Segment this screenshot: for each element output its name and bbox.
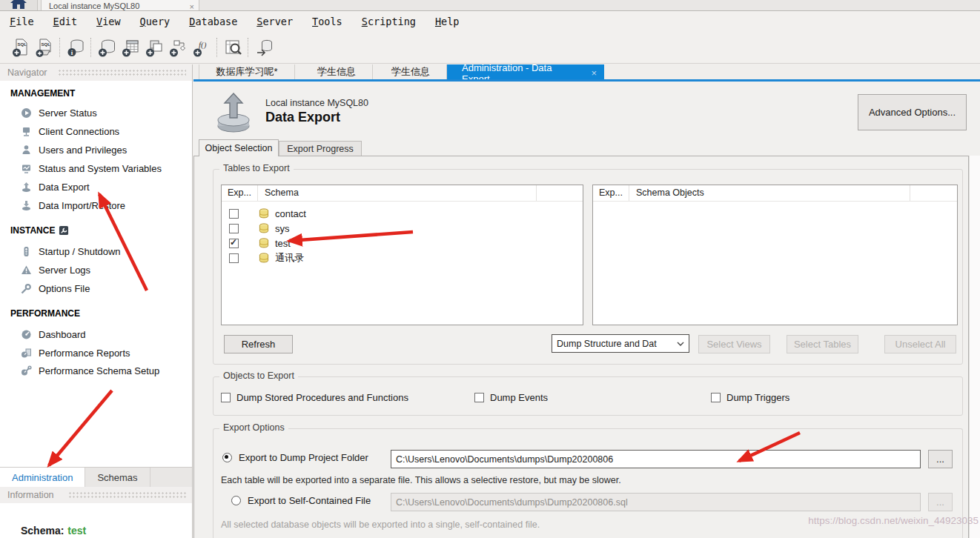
export-checkbox[interactable] [229, 239, 239, 248]
checkbox-label: Dump Triggers [726, 392, 789, 403]
schema-row-sys[interactable]: sys [222, 221, 583, 236]
sidebar-item-dashboard[interactable]: Dashboard [0, 326, 192, 342]
dump-triggers-checkbox[interactable]: Dump Triggers [711, 392, 789, 403]
schema-inspector-icon[interactable]: i [64, 36, 87, 59]
schema-objects-list[interactable]: Exp... Schema Objects [592, 185, 958, 325]
column-export[interactable]: Exp... [228, 187, 251, 198]
navigator-header: Navigator [0, 64, 192, 81]
sidebar-item-data-export[interactable]: Data Export [0, 179, 192, 195]
search-table-data-icon[interactable] [221, 36, 245, 59]
tab-schemas[interactable]: Schemas [85, 468, 150, 487]
checkbox[interactable] [221, 393, 231, 402]
doc-tab-student-info-1[interactable]: 学生信息 [301, 64, 373, 79]
schema-list[interactable]: Exp... Schema contact [221, 185, 583, 325]
menu-database[interactable]: Database [179, 16, 247, 27]
dump-type-dropdown[interactable]: Dump Structure and Dat [552, 334, 689, 353]
radio-label: Export to Dump Project Folder [239, 452, 368, 463]
create-function-icon[interactable]: f() [190, 36, 213, 59]
schema-objects-header: Exp... Schema Objects [593, 185, 957, 202]
refresh-button[interactable]: Refresh [224, 335, 293, 353]
main-toolbar: SQL SQL i f() [0, 32, 980, 64]
create-schema-icon[interactable] [95, 36, 119, 59]
close-icon[interactable]: × [591, 67, 597, 79]
sidebar-item-server-status[interactable]: Server Status [0, 104, 192, 121]
dump-events-checkbox[interactable]: Dump Events [474, 392, 548, 403]
schema-row-contact[interactable]: contact [222, 206, 583, 221]
export-options-label: Export Options [219, 422, 288, 433]
close-icon[interactable]: × [190, 2, 194, 11]
open-sql-script-icon[interactable]: SQL [33, 36, 56, 59]
schema-name: sys [275, 223, 290, 234]
create-view-icon[interactable] [142, 36, 166, 59]
schema-row-contacts-cn[interactable]: 通讯录 [222, 250, 583, 265]
sidebar-item-data-import[interactable]: Data Import/Restore [0, 197, 192, 213]
menu-scripting[interactable]: Scripting [352, 16, 426, 27]
dump-folder-path-input[interactable] [391, 450, 921, 468]
schema-name: 通讯录 [275, 251, 304, 265]
radio-button[interactable] [222, 453, 232, 462]
sidebar-item-server-logs[interactable]: Server Logs [0, 262, 192, 278]
connection-window-tab[interactable]: Local instance MySQL80 × [41, 0, 199, 10]
menu-tools[interactable]: Tools [302, 16, 352, 27]
tab-administration[interactable]: Administration [0, 468, 85, 487]
page-title: Data Export [265, 110, 340, 125]
radio-label: Export to Self-Contained File [248, 495, 371, 506]
schema-icon [259, 223, 269, 233]
export-checkbox[interactable] [229, 224, 239, 233]
column-schema[interactable]: Schema [265, 187, 299, 198]
toolbar-separator [90, 38, 92, 57]
sidebar-item-users-privileges[interactable]: Users and Privileges [0, 142, 192, 158]
advanced-options-button[interactable]: Advanced Options... [858, 94, 967, 130]
create-table-icon[interactable] [119, 36, 142, 59]
radio-button[interactable] [231, 496, 241, 505]
tab-object-selection[interactable]: Object Selection [199, 139, 279, 156]
self-contained-path-input[interactable] [391, 493, 921, 511]
select-views-button[interactable]: Select Views [698, 335, 770, 353]
tab-export-progress[interactable]: Export Progress [279, 141, 362, 156]
doc-tab-student-info-2[interactable]: 学生信息 [375, 64, 447, 79]
connection-name: Local instance MySQL80 [265, 98, 368, 108]
column-export[interactable]: Exp... [599, 187, 623, 198]
options-file-icon [21, 283, 32, 294]
browse-folder-button[interactable]: ... [928, 450, 953, 468]
menu-view[interactable]: View [87, 16, 130, 27]
sidebar-item-client-connections[interactable]: Client Connections [0, 123, 192, 139]
export-to-dump-folder-radio[interactable]: Export to Dump Project Folder [222, 452, 368, 463]
create-procedure-icon[interactable] [166, 36, 190, 59]
new-sql-tab-icon[interactable]: SQL [9, 36, 33, 59]
select-tables-button[interactable]: Select Tables [787, 335, 858, 353]
object-selection-panel: Tables to Export Exp... Schema [193, 156, 969, 538]
menu-server[interactable]: Server [247, 16, 302, 27]
schema-row-test[interactable]: test [222, 236, 583, 250]
connection-tab-title: Local instance MySQL80 [49, 1, 139, 10]
export-self-contained-radio[interactable]: Export to Self-Contained File [231, 495, 371, 506]
export-checkbox[interactable] [229, 209, 239, 219]
menu-edit[interactable]: Edit [44, 16, 87, 27]
objects-to-export-group: Objects to Export Dump Stored Procedures… [213, 376, 963, 416]
sidebar-item-status-variables[interactable]: Status and System Variables [0, 160, 192, 176]
dump-folder-note: Each table will be exported into a separ… [221, 475, 621, 485]
scroll-gutter[interactable] [969, 156, 980, 538]
checkbox[interactable] [711, 393, 721, 402]
browse-file-button[interactable]: ... [928, 493, 953, 511]
section-management: MANAGEMENT [10, 87, 75, 100]
home-tab[interactable] [0, 0, 38, 10]
information-header: Information [0, 487, 192, 503]
sidebar-item-startup-shutdown[interactable]: Startup / Shutdown [0, 243, 192, 259]
doc-tab-database-study[interactable]: 数据库学习呢* [199, 64, 295, 79]
sidebar-item-performance-schema-setup[interactable]: Performance Schema Setup [0, 362, 192, 379]
menu-help[interactable]: Help [426, 16, 469, 27]
unselect-all-button[interactable]: Unselect All [884, 335, 956, 353]
checkbox[interactable] [474, 393, 484, 402]
information-schema-line: Schema:test [21, 525, 86, 537]
performance-reports-icon [21, 348, 32, 359]
reconnect-server-icon[interactable] [252, 36, 276, 59]
sidebar-item-performance-reports[interactable]: Performance Reports [0, 345, 192, 361]
export-checkbox[interactable] [229, 253, 239, 263]
menu-query[interactable]: Query [130, 16, 180, 27]
server-logs-icon [21, 265, 32, 276]
menu-file[interactable]: File [0, 16, 44, 27]
sidebar-item-options-file[interactable]: Options File [0, 280, 192, 296]
dump-stored-procedures-checkbox[interactable]: Dump Stored Procedures and Functions [221, 392, 408, 403]
column-schema-objects[interactable]: Schema Objects [636, 187, 704, 198]
